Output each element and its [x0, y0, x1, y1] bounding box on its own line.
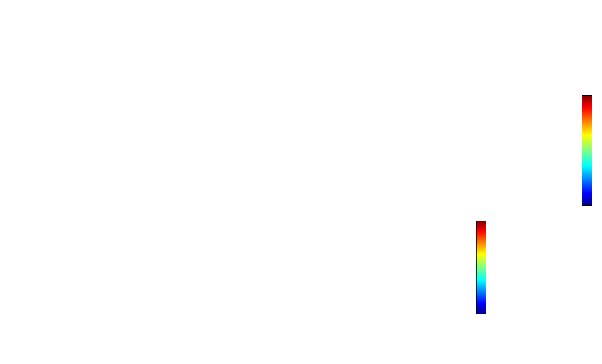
tecu-colorbar: [582, 95, 592, 206]
figure-root: [0, 0, 602, 364]
prn-colorbar: [476, 221, 486, 314]
polar-map: [463, 95, 575, 207]
